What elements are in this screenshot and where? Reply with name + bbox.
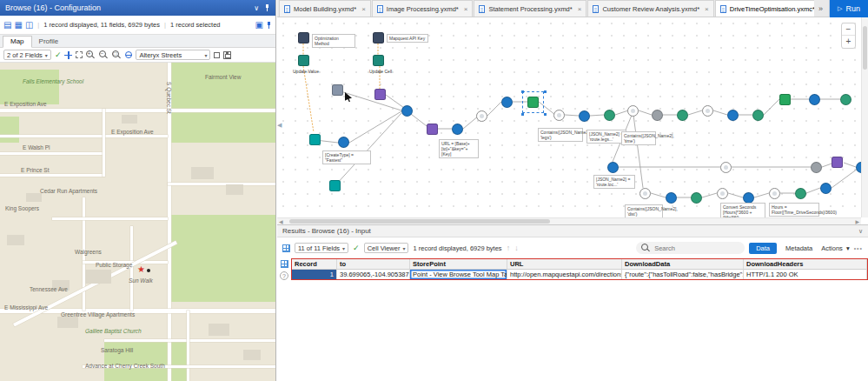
fields-dropdown[interactable]: 2 of 2 Fields▾ xyxy=(3,50,51,60)
workflow-tool[interactable] xyxy=(401,105,413,117)
workflow-tool[interactable] xyxy=(769,188,780,199)
save-map-icon[interactable] xyxy=(223,51,231,59)
more-options-icon[interactable]: ••• xyxy=(854,245,863,251)
table-cell[interactable]: 1 xyxy=(292,270,337,279)
workflow-tool[interactable] xyxy=(332,84,343,96)
workflow-tool[interactable] xyxy=(309,134,321,145)
workflow-tool[interactable] xyxy=(627,105,639,117)
workflow-tool[interactable] xyxy=(298,32,309,43)
collapse-panel-icon[interactable]: ◀ xyxy=(277,122,282,129)
globe-icon[interactable] xyxy=(125,51,132,58)
tab-map[interactable]: Map xyxy=(3,36,32,48)
workflow-tool[interactable] xyxy=(779,94,791,105)
split-view-icon[interactable]: ◫ xyxy=(25,21,33,30)
workflow-tool[interactable] xyxy=(840,94,851,105)
column-header[interactable]: to xyxy=(337,259,410,270)
workflow-tool[interactable] xyxy=(677,110,688,121)
workflow-tool[interactable] xyxy=(373,55,384,66)
workflow-tool[interactable] xyxy=(809,94,820,105)
workflow-tool[interactable] xyxy=(702,105,713,117)
arrow-up-icon[interactable]: ↑ xyxy=(507,244,511,252)
tab-overflow-button[interactable]: » xyxy=(815,0,826,17)
chevron-down-icon[interactable]: ∨ xyxy=(858,228,863,235)
table-cell[interactable]: http://open.mapquestapi.com/directions/v… xyxy=(507,270,622,279)
chevron-down-icon[interactable]: ∨ xyxy=(254,4,259,12)
zoom-in-icon[interactable]: + xyxy=(86,50,96,59)
table-cell[interactable]: HTTP/1.1 200 OK xyxy=(744,270,867,279)
workflow-tab[interactable]: Image Processing.yxmd*× xyxy=(372,0,474,17)
apply-check-icon[interactable]: ✓ xyxy=(353,244,360,252)
workflow-tool[interactable] xyxy=(727,110,739,121)
tab-profile[interactable]: Profile xyxy=(32,37,66,47)
workflow-tool[interactable] xyxy=(607,162,619,173)
close-icon[interactable]: × xyxy=(703,5,709,13)
data-tab-button[interactable]: Data xyxy=(749,243,777,254)
grid-options-icon[interactable]: ▣ xyxy=(255,21,263,30)
workflow-tool[interactable] xyxy=(452,124,463,135)
workflow-tool[interactable] xyxy=(717,188,728,199)
selection-handle[interactable] xyxy=(544,113,547,116)
workflow-tool[interactable] xyxy=(427,124,438,135)
workflow-tool[interactable] xyxy=(329,180,341,191)
actions-dropdown[interactable]: Actions▾ xyxy=(821,244,849,252)
workflow-tab[interactable]: Statement Processing.yxmd*× xyxy=(474,0,586,17)
cell-viewer-dropdown[interactable]: Cell Viewer▾ xyxy=(364,243,409,253)
grid-icon[interactable] xyxy=(282,244,290,252)
scrollbar-thumb[interactable] xyxy=(289,219,550,224)
map-point-icon[interactable] xyxy=(147,269,150,272)
workflow-tool[interactable] xyxy=(476,110,487,122)
column-header[interactable]: URL xyxy=(507,259,622,270)
close-icon[interactable]: × xyxy=(462,5,468,13)
workflow-tool[interactable] xyxy=(666,192,677,204)
workflow-tool[interactable] xyxy=(795,188,806,199)
selection-handle[interactable] xyxy=(521,90,524,93)
basemap-dropdown[interactable]: Alteryx Streets▾ xyxy=(136,50,210,60)
selection-handle[interactable] xyxy=(521,113,524,116)
table-lock-icon[interactable] xyxy=(281,260,288,268)
select-tool-icon[interactable] xyxy=(76,51,83,58)
pan-tool-icon[interactable] xyxy=(64,51,72,59)
table-view-icon[interactable]: ▤ xyxy=(3,21,11,30)
workflow-tool[interactable] xyxy=(338,137,349,148)
zoom-out-icon[interactable]: − xyxy=(99,50,109,59)
workflow-tool[interactable] xyxy=(639,188,651,199)
workflow-tool[interactable] xyxy=(752,110,764,121)
run-button[interactable]: ▷ Run xyxy=(829,0,868,17)
workflow-tab[interactable]: DriveTimeOptimisation.yxmc*× xyxy=(715,0,814,17)
table-cell[interactable]: 39.699065,-104.905387 xyxy=(337,270,410,279)
scroll-right-icon[interactable]: ▶ xyxy=(855,218,859,224)
column-header[interactable]: StorePoint xyxy=(410,259,507,270)
workflow-tool[interactable] xyxy=(298,55,309,66)
workflow-tool[interactable] xyxy=(374,89,386,100)
zoom-out-button[interactable]: − xyxy=(842,23,855,36)
column-header[interactable]: DownloadData xyxy=(622,259,744,270)
workflow-tool[interactable] xyxy=(553,110,565,121)
column-header[interactable]: DownloadHeaders xyxy=(744,259,867,270)
map-marker-icon[interactable]: ★ xyxy=(137,265,145,274)
workflow-tool[interactable] xyxy=(691,192,702,204)
workflow-tool[interactable] xyxy=(501,97,513,108)
workflow-canvas[interactable]: Optimization MethodUpdate ValueMapquest … xyxy=(277,17,861,217)
workflow-tool[interactable] xyxy=(579,110,590,122)
workflow-tool[interactable] xyxy=(820,183,832,194)
workflow-tool[interactable] xyxy=(720,162,732,173)
fields-dropdown[interactable]: 11 of 11 Fields▾ xyxy=(295,243,348,253)
search-box[interactable] xyxy=(636,242,745,254)
workflow-tool[interactable] xyxy=(373,32,384,43)
selection-handle[interactable] xyxy=(544,90,547,93)
canvas-horizontal-scrollbar[interactable]: ◀ ▶ xyxy=(277,217,861,224)
workflow-tool[interactable] xyxy=(832,157,843,168)
table-cell[interactable]: Point - View Browse Tool Map Tab xyxy=(410,270,507,279)
map-view[interactable]: Falls Elementary SchoolFairmont ViewS Qu… xyxy=(0,63,275,381)
metadata-tab-button[interactable]: Metadata xyxy=(781,243,817,254)
apply-check-icon[interactable]: ✓ xyxy=(55,50,62,59)
map-view-icon[interactable]: ▦ xyxy=(14,21,22,30)
copy-map-icon[interactable] xyxy=(214,52,220,58)
workflow-tab[interactable]: Model Building.yxmd*× xyxy=(279,0,371,17)
zoom-extent-icon[interactable]: □ xyxy=(112,50,122,59)
workflow-tool[interactable] xyxy=(811,162,822,173)
pin-panel-icon[interactable] xyxy=(266,22,272,29)
pin-icon[interactable] xyxy=(264,4,270,11)
workflow-tool[interactable] xyxy=(652,110,663,121)
zoom-in-button[interactable]: + xyxy=(842,36,855,48)
